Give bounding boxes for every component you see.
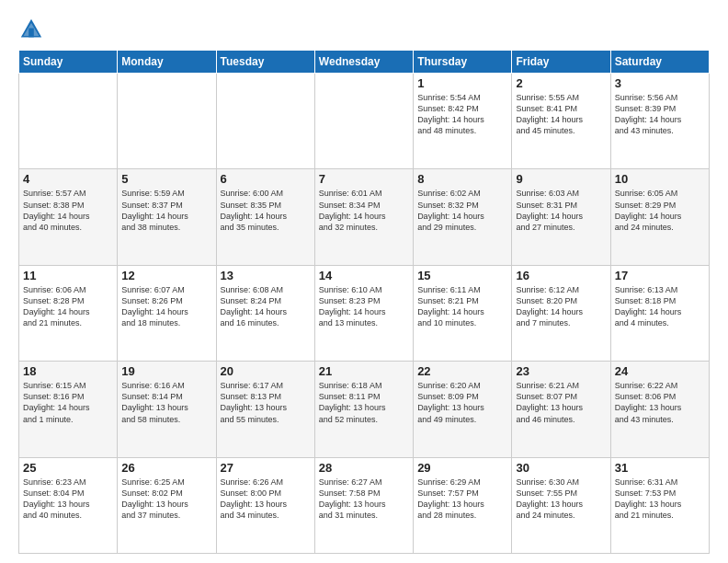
calendar-week-5: 25Sunrise: 6:23 AM Sunset: 8:04 PM Dayli… <box>19 457 710 553</box>
day-info: Sunrise: 5:54 AM Sunset: 8:42 PM Dayligh… <box>417 92 507 137</box>
day-info: Sunrise: 6:16 AM Sunset: 8:14 PM Dayligh… <box>121 380 211 425</box>
day-info: Sunrise: 6:27 AM Sunset: 7:58 PM Dayligh… <box>319 477 409 522</box>
calendar-cell: 13Sunrise: 6:08 AM Sunset: 8:24 PM Dayli… <box>216 265 314 361</box>
calendar-cell: 20Sunrise: 6:17 AM Sunset: 8:13 PM Dayli… <box>216 362 314 457</box>
day-number: 6 <box>221 172 311 186</box>
calendar-cell: 30Sunrise: 6:30 AM Sunset: 7:55 PM Dayli… <box>512 457 610 553</box>
day-info: Sunrise: 6:13 AM Sunset: 8:18 PM Dayligh… <box>615 284 705 329</box>
calendar-cell: 23Sunrise: 6:21 AM Sunset: 8:07 PM Dayli… <box>512 362 610 457</box>
day-info: Sunrise: 6:30 AM Sunset: 7:55 PM Dayligh… <box>516 477 606 522</box>
calendar-cell: 3Sunrise: 5:56 AM Sunset: 8:39 PM Daylig… <box>610 74 709 169</box>
day-number: 22 <box>417 364 507 378</box>
day-info: Sunrise: 6:03 AM Sunset: 8:31 PM Dayligh… <box>516 188 606 233</box>
calendar-cell <box>19 74 118 169</box>
calendar-cell: 1Sunrise: 5:54 AM Sunset: 8:42 PM Daylig… <box>414 74 512 169</box>
day-info: Sunrise: 6:05 AM Sunset: 8:29 PM Dayligh… <box>615 188 705 233</box>
day-info: Sunrise: 6:12 AM Sunset: 8:20 PM Dayligh… <box>516 284 606 329</box>
calendar-cell: 29Sunrise: 6:29 AM Sunset: 7:57 PM Dayli… <box>414 457 512 553</box>
day-number: 8 <box>417 172 507 186</box>
calendar-week-2: 4Sunrise: 5:57 AM Sunset: 8:38 PM Daylig… <box>19 169 710 265</box>
day-info: Sunrise: 6:17 AM Sunset: 8:13 PM Dayligh… <box>221 380 311 425</box>
day-number: 16 <box>516 269 606 282</box>
day-number: 14 <box>319 269 409 282</box>
weekday-header-thursday: Thursday <box>414 51 512 74</box>
calendar-cell <box>216 74 314 169</box>
day-number: 5 <box>121 172 211 186</box>
day-info: Sunrise: 6:06 AM Sunset: 8:28 PM Dayligh… <box>23 284 113 329</box>
day-number: 19 <box>121 364 211 378</box>
day-info: Sunrise: 6:00 AM Sunset: 8:35 PM Dayligh… <box>221 188 311 233</box>
day-info: Sunrise: 6:01 AM Sunset: 8:34 PM Dayligh… <box>319 188 409 233</box>
calendar-cell: 21Sunrise: 6:18 AM Sunset: 8:11 PM Dayli… <box>314 362 413 457</box>
day-number: 29 <box>417 461 507 475</box>
calendar-cell: 16Sunrise: 6:12 AM Sunset: 8:20 PM Dayli… <box>512 265 610 361</box>
calendar-cell: 12Sunrise: 6:07 AM Sunset: 8:26 PM Dayli… <box>118 265 216 361</box>
weekday-header-tuesday: Tuesday <box>216 51 314 74</box>
day-info: Sunrise: 6:15 AM Sunset: 8:16 PM Dayligh… <box>23 380 113 425</box>
calendar-body: 1Sunrise: 5:54 AM Sunset: 8:42 PM Daylig… <box>19 74 710 554</box>
calendar-cell: 11Sunrise: 6:06 AM Sunset: 8:28 PM Dayli… <box>19 265 118 361</box>
day-info: Sunrise: 6:07 AM Sunset: 8:26 PM Dayligh… <box>121 284 211 329</box>
calendar-cell: 7Sunrise: 6:01 AM Sunset: 8:34 PM Daylig… <box>314 169 413 265</box>
calendar-header: SundayMondayTuesdayWednesdayThursdayFrid… <box>19 51 710 74</box>
day-info: Sunrise: 6:21 AM Sunset: 8:07 PM Dayligh… <box>516 380 606 425</box>
day-number: 24 <box>615 364 705 378</box>
day-number: 1 <box>417 76 507 90</box>
calendar-week-3: 11Sunrise: 6:06 AM Sunset: 8:28 PM Dayli… <box>19 265 710 361</box>
weekday-header-saturday: Saturday <box>610 51 709 74</box>
calendar-cell: 4Sunrise: 5:57 AM Sunset: 8:38 PM Daylig… <box>19 169 118 265</box>
calendar-week-4: 18Sunrise: 6:15 AM Sunset: 8:16 PM Dayli… <box>19 362 710 457</box>
day-number: 11 <box>23 269 113 282</box>
day-number: 21 <box>319 364 409 378</box>
day-info: Sunrise: 5:56 AM Sunset: 8:39 PM Dayligh… <box>615 92 705 137</box>
day-number: 10 <box>615 172 705 186</box>
weekday-header-wednesday: Wednesday <box>314 51 413 74</box>
day-info: Sunrise: 6:20 AM Sunset: 8:09 PM Dayligh… <box>417 380 507 425</box>
weekday-header-sunday: Sunday <box>19 51 118 74</box>
day-number: 3 <box>615 76 705 90</box>
calendar-cell: 27Sunrise: 6:26 AM Sunset: 8:00 PM Dayli… <box>216 457 314 553</box>
day-info: Sunrise: 6:10 AM Sunset: 8:23 PM Dayligh… <box>319 284 409 329</box>
day-info: Sunrise: 5:59 AM Sunset: 8:37 PM Dayligh… <box>121 188 211 233</box>
calendar-cell: 18Sunrise: 6:15 AM Sunset: 8:16 PM Dayli… <box>19 362 118 457</box>
day-info: Sunrise: 6:26 AM Sunset: 8:00 PM Dayligh… <box>221 477 311 522</box>
page: SundayMondayTuesdayWednesdayThursdayFrid… <box>0 0 728 563</box>
calendar-cell <box>118 74 216 169</box>
day-info: Sunrise: 6:11 AM Sunset: 8:21 PM Dayligh… <box>417 284 507 329</box>
calendar-cell: 14Sunrise: 6:10 AM Sunset: 8:23 PM Dayli… <box>314 265 413 361</box>
day-number: 27 <box>221 461 311 475</box>
weekday-header-monday: Monday <box>118 51 216 74</box>
day-number: 26 <box>121 461 211 475</box>
logo-icon <box>18 17 44 42</box>
calendar-cell <box>314 74 413 169</box>
calendar-table: SundayMondayTuesdayWednesdayThursdayFrid… <box>18 50 710 554</box>
day-number: 31 <box>615 461 705 475</box>
header <box>18 17 710 42</box>
day-info: Sunrise: 5:57 AM Sunset: 8:38 PM Dayligh… <box>23 188 113 233</box>
day-number: 25 <box>23 461 113 475</box>
day-number: 7 <box>319 172 409 186</box>
svg-rect-2 <box>28 29 34 38</box>
day-info: Sunrise: 6:02 AM Sunset: 8:32 PM Dayligh… <box>417 188 507 233</box>
logo <box>18 17 50 42</box>
calendar-cell: 22Sunrise: 6:20 AM Sunset: 8:09 PM Dayli… <box>414 362 512 457</box>
calendar-week-1: 1Sunrise: 5:54 AM Sunset: 8:42 PM Daylig… <box>19 74 710 169</box>
day-number: 2 <box>516 76 606 90</box>
calendar-cell: 28Sunrise: 6:27 AM Sunset: 7:58 PM Dayli… <box>314 457 413 553</box>
calendar-cell: 5Sunrise: 5:59 AM Sunset: 8:37 PM Daylig… <box>118 169 216 265</box>
day-number: 28 <box>319 461 409 475</box>
day-number: 20 <box>221 364 311 378</box>
day-info: Sunrise: 5:55 AM Sunset: 8:41 PM Dayligh… <box>516 92 606 137</box>
calendar-cell: 19Sunrise: 6:16 AM Sunset: 8:14 PM Dayli… <box>118 362 216 457</box>
day-info: Sunrise: 6:18 AM Sunset: 8:11 PM Dayligh… <box>319 380 409 425</box>
calendar-cell: 25Sunrise: 6:23 AM Sunset: 8:04 PM Dayli… <box>19 457 118 553</box>
day-number: 18 <box>23 364 113 378</box>
calendar-cell: 24Sunrise: 6:22 AM Sunset: 8:06 PM Dayli… <box>610 362 709 457</box>
day-number: 23 <box>516 364 606 378</box>
day-number: 12 <box>121 269 211 282</box>
calendar-cell: 10Sunrise: 6:05 AM Sunset: 8:29 PM Dayli… <box>610 169 709 265</box>
calendar-cell: 9Sunrise: 6:03 AM Sunset: 8:31 PM Daylig… <box>512 169 610 265</box>
day-number: 30 <box>516 461 606 475</box>
day-number: 17 <box>615 269 705 282</box>
day-number: 9 <box>516 172 606 186</box>
